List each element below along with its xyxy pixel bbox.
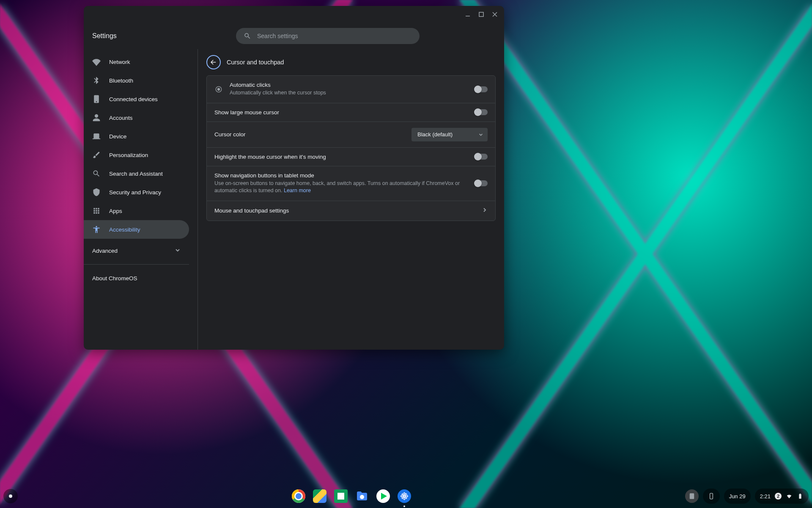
launcher-icon [9, 494, 12, 498]
sidebar-label: Advanced [92, 248, 118, 254]
sidebar-label: Personalization [109, 152, 148, 158]
launcher-button[interactable] [3, 489, 18, 503]
app-play-store[interactable] [376, 489, 390, 503]
toggle-highlight-cursor[interactable] [475, 154, 488, 160]
person-icon [92, 113, 101, 122]
laptop-icon [92, 132, 101, 141]
row-title: Automatic clicks [230, 82, 468, 88]
window-titlebar [84, 6, 504, 23]
learn-more-link[interactable]: Learn more [284, 188, 311, 193]
app-drive[interactable] [313, 489, 326, 503]
phone-icon [708, 493, 715, 500]
toggle-tablet-nav[interactable] [475, 180, 488, 186]
folder-icon [355, 489, 369, 503]
svg-rect-0 [479, 12, 483, 17]
tray-date[interactable]: Jun 29 [724, 489, 751, 504]
app-running-indicator [403, 505, 405, 507]
row-mouse-touchpad-settings[interactable]: Mouse and touchpad settings [207, 201, 495, 221]
minimize-icon [465, 11, 471, 17]
date-text: Jun 29 [729, 493, 746, 500]
sidebar-item-accessibility[interactable]: Accessibility [84, 220, 189, 239]
sidebar-item-device[interactable]: Device [84, 127, 189, 146]
sidebar-item-network[interactable]: Network [84, 52, 189, 71]
maximize-button[interactable] [475, 8, 487, 20]
search-icon [244, 32, 251, 40]
sidebar-label: Network [109, 59, 130, 65]
sidebar-item-advanced[interactable]: Advanced [84, 241, 189, 260]
app-settings[interactable] [398, 489, 411, 503]
row-tablet-nav: Show navigation buttons in tablet mode U… [207, 166, 495, 201]
note-icon [688, 492, 696, 500]
sidebar-item-bluetooth[interactable]: Bluetooth [84, 71, 189, 90]
content: Cursor and touchpad Automatic clicks Aut… [198, 49, 504, 350]
tray-phone-hub[interactable] [703, 489, 720, 504]
gear-icon [400, 491, 409, 501]
settings-card: Automatic clicks Automatically click whe… [206, 75, 496, 221]
wifi-icon [92, 58, 101, 66]
sidebar-label: Apps [109, 208, 122, 214]
sidebar-item-connected-devices[interactable]: Connected devices [84, 90, 189, 108]
svg-rect-6 [710, 493, 713, 499]
tray-status[interactable]: 2:21 2 [755, 489, 809, 504]
sidebar-divider [84, 264, 189, 265]
tray-app[interactable] [685, 489, 699, 503]
toggle-automatic-clicks[interactable] [475, 86, 488, 92]
sidebar-item-accounts[interactable]: Accounts [84, 108, 189, 127]
sidebar-item-about[interactable]: About ChromeOS [84, 269, 189, 287]
sidebar-label: Device [109, 133, 126, 140]
shield-icon [92, 188, 101, 196]
row-highlight-cursor: Highlight the mouse cursor when it's mov… [207, 147, 495, 166]
wifi-status-icon [786, 493, 793, 500]
svg-point-3 [360, 495, 364, 499]
sidebar-label: Accounts [109, 115, 133, 121]
app-chrome[interactable] [292, 489, 305, 503]
sidebar: Network Bluetooth Connected devices Acco… [84, 49, 198, 350]
settings-window: Settings Network Bluetooth Connected dev… [84, 6, 504, 350]
row-large-cursor: Show large mouse cursor [207, 103, 495, 121]
arrow-left-icon [210, 58, 217, 66]
accessibility-icon [92, 225, 101, 234]
svg-rect-7 [799, 494, 801, 499]
sidebar-item-apps[interactable]: Apps [84, 202, 189, 220]
time-text: 2:21 [760, 493, 771, 500]
row-title: Highlight the mouse cursor when it's mov… [214, 154, 468, 160]
select-cursor-color[interactable]: Black (default) [411, 128, 488, 141]
row-cursor-color: Cursor color Black (default) [207, 121, 495, 147]
search-field[interactable] [236, 28, 420, 44]
minimize-button[interactable] [462, 8, 474, 20]
page-title: Cursor and touchpad [227, 59, 284, 66]
sidebar-item-personalization[interactable]: Personalization [84, 146, 189, 164]
row-automatic-clicks: Automatic clicks Automatically click whe… [207, 76, 495, 103]
target-icon [214, 85, 223, 94]
select-value: Black (default) [417, 131, 453, 138]
row-title: Mouse and touchpad settings [214, 207, 475, 214]
search-input[interactable] [257, 33, 412, 39]
svg-point-4 [403, 495, 406, 497]
row-title: Show large mouse cursor [214, 109, 468, 116]
close-button[interactable] [489, 8, 501, 20]
brush-icon [92, 151, 101, 159]
header: Settings [84, 23, 504, 49]
row-subtitle: Automatically click when the cursor stop… [230, 89, 468, 97]
sidebar-label: Security and Privacy [109, 189, 161, 196]
app-files[interactable] [355, 489, 369, 503]
toggle-large-cursor[interactable] [475, 109, 488, 115]
back-button[interactable] [206, 55, 221, 69]
battery-icon [797, 493, 804, 500]
notification-badge: 2 [775, 493, 782, 500]
row-title: Cursor color [214, 131, 405, 138]
svg-rect-8 [800, 494, 801, 494]
row-title: Show navigation buttons in tablet mode [214, 172, 468, 179]
app-sheets[interactable] [334, 489, 348, 503]
sidebar-item-security[interactable]: Security and Privacy [84, 183, 189, 202]
sidebar-item-search-assistant[interactable]: Search and Assistant [84, 164, 189, 183]
svg-rect-5 [689, 493, 694, 499]
chevron-down-icon [478, 132, 483, 137]
svg-point-2 [218, 88, 220, 90]
sidebar-label: About ChromeOS [92, 275, 137, 282]
shelf-apps [292, 489, 411, 503]
apps-grid-icon [92, 207, 101, 215]
sidebar-label: Accessibility [109, 226, 140, 233]
devices-icon [92, 95, 101, 103]
bluetooth-icon [92, 76, 101, 85]
